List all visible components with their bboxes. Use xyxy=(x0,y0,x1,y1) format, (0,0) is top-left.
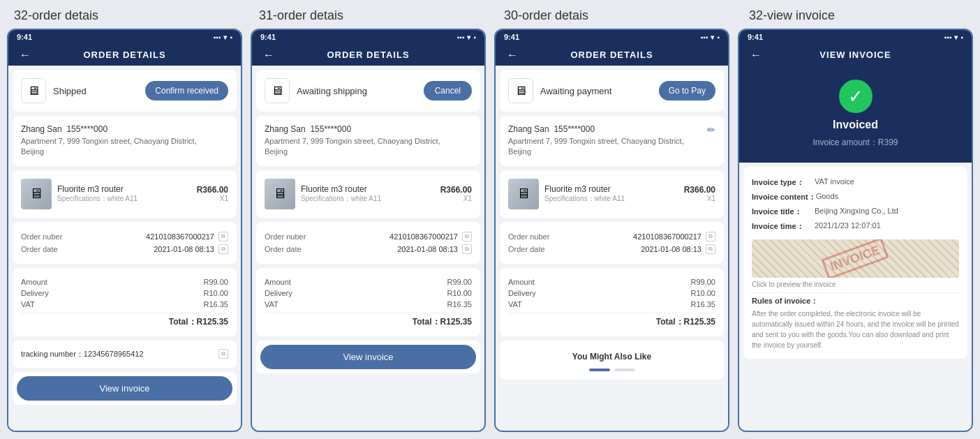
nav-title-1: ORDER DETAILS xyxy=(83,50,165,60)
battery-icon: ▪ xyxy=(230,34,232,41)
copy-order-date-2[interactable]: ⧉ xyxy=(462,244,472,254)
product-name-1: Fluorite m3 router xyxy=(57,184,191,194)
screen3-title: 30-order detais xyxy=(490,8,735,23)
total-3: Total：R125.35 xyxy=(508,313,715,328)
nav-bar-4: ← VIEW INVOICE xyxy=(739,44,972,66)
wifi-icon-2: ▾ xyxy=(467,34,470,41)
go-to-pay-button[interactable]: Go to Pay xyxy=(659,81,715,101)
copy-order-num-2[interactable]: ⧉ xyxy=(462,232,472,241)
product-image-2: 🖥 xyxy=(265,179,295,209)
invoice-type-row: Invoice type： VAT invoice xyxy=(752,175,959,190)
battery-icon-3: ▪ xyxy=(717,34,720,41)
copy-order-num-3[interactable]: ⧉ xyxy=(706,232,715,241)
product-image-3: 🖥 xyxy=(508,179,539,209)
signal-icon-4: ▪▪▪ xyxy=(944,34,952,41)
time-2: 9:41 xyxy=(260,33,276,41)
financial-card-3: Amount R99.00 Delivery R10.00 VAT R16.35… xyxy=(500,268,724,336)
product-info-3: Fluorite m3 router Specifications：white … xyxy=(544,184,678,204)
confirm-received-button[interactable]: Confirm received xyxy=(145,81,228,101)
address-name-2: Zhang San 155****000 xyxy=(265,124,472,134)
rules-title: Rules of invoice： xyxy=(752,296,959,306)
invoice-header: ✓ Invoiced Invoice amount：R399 xyxy=(739,66,972,163)
back-button-4[interactable]: ← xyxy=(750,49,762,61)
order-details-card-2: Order nuber 4210108367000217 ⧉ Order dat… xyxy=(256,222,480,264)
total-1: Total：R125.35 xyxy=(21,313,228,328)
product-info-1: Fluorite m3 router Specifications：white … xyxy=(57,184,191,204)
time-3: 9:41 xyxy=(504,33,519,41)
signal-icon-3: ▪▪▪ xyxy=(701,34,708,41)
back-button-3[interactable]: ← xyxy=(507,49,519,61)
click-preview-label: Click to preview the invoice xyxy=(752,281,959,288)
tracking-card-1: tracking number：12345678965412 ⧉ xyxy=(13,341,237,368)
rules-text: After the order completed, the electroni… xyxy=(752,308,959,350)
back-button-1[interactable]: ← xyxy=(20,49,31,61)
address-card-1: Zhang San 155****000 Apartment 7, 999 To… xyxy=(13,116,237,166)
status-bar-2: 9:41 ▪▪▪ ▾ ▪ xyxy=(252,30,484,44)
view-invoice-button-2[interactable]: View invoice xyxy=(260,345,476,369)
status-card-1: 🖥 Shipped Confirm received xyxy=(13,70,237,112)
financial-card-2: Amount R99.00 Delivery R10.00 VAT R16.35… xyxy=(256,268,480,336)
you-might-label: You Might Also Like xyxy=(508,349,715,364)
nav-bar-3: ← ORDER DETAILS xyxy=(496,44,728,66)
status-icon-box-2: 🖥 xyxy=(265,78,290,103)
product-price-qty-3: R366.00 X1 xyxy=(684,185,715,202)
status-icons-2: ▪▪▪ ▾ ▪ xyxy=(457,34,476,41)
view-invoice-button-1[interactable]: View invoice xyxy=(17,376,232,401)
product-card-3: 🖥 Fluorite m3 router Specifications：whit… xyxy=(500,170,724,218)
check-circle-icon: ✓ xyxy=(839,80,873,113)
cancel-button-2[interactable]: Cancel xyxy=(424,81,472,101)
bottom-btn-card-1: View invoice xyxy=(13,372,237,405)
copy-order-date-3[interactable]: ⧉ xyxy=(706,244,715,254)
invoice-amount: Invoice amount：R399 xyxy=(812,137,898,149)
invoice-preview[interactable]: INVOICE xyxy=(752,239,959,278)
address-text-1: Apartment 7, 999 Tongxin street, Chaoyan… xyxy=(21,136,228,158)
product-card-2: 🖥 Fluorite m3 router Specifications：whit… xyxy=(256,170,480,218)
screen-32-order: 9:41 ▪▪▪ ▾ ▪ ← ORDER DETAILS 🖥 Shipped C… xyxy=(7,29,242,432)
product-image-1: 🖥 xyxy=(21,179,52,209)
nav-bar-2: ← ORDER DETAILS xyxy=(252,44,484,66)
time-1: 9:41 xyxy=(17,33,32,41)
wifi-icon-3: ▾ xyxy=(711,34,714,41)
invoice-details-card: Invoice type： VAT invoice Invoice conten… xyxy=(743,167,967,359)
invoice-content-row: Invoice content： Goods xyxy=(752,190,959,204)
status-left-1: 🖥 Shipped xyxy=(21,78,87,103)
copy-order-num-1[interactable]: ⧉ xyxy=(218,232,228,241)
signal-icon-2: ▪▪▪ xyxy=(457,34,465,41)
edit-address-icon[interactable]: ✏ xyxy=(707,124,715,135)
copy-order-date-1[interactable]: ⧉ xyxy=(218,244,228,254)
signal-icon: ▪▪▪ xyxy=(214,34,221,41)
status-bar-3: 9:41 ▪▪▪ ▾ ▪ xyxy=(496,30,728,44)
status-label-3: Awaiting payment xyxy=(540,86,611,96)
status-icons-3: ▪▪▪ ▾ ▪ xyxy=(701,34,720,41)
invoiced-label: Invoiced xyxy=(833,119,878,131)
status-bar-1: 9:41 ▪▪▪ ▾ ▪ xyxy=(8,30,241,44)
tracking-number-1: tracking number：12345678965412 xyxy=(21,349,144,359)
financial-card-1: Amount R99.00 Delivery R10.00 VAT R16.35… xyxy=(13,268,237,336)
bottom-btn-card-2: View invoice xyxy=(256,341,480,373)
wifi-icon: ▾ xyxy=(223,34,227,41)
nav-title-2: ORDER DETAILS xyxy=(327,50,409,60)
screen1-title: 32-order detais xyxy=(0,8,245,23)
status-card-3: 🖥 Awaiting payment Go to Pay xyxy=(500,70,724,112)
copy-tracking-1[interactable]: ⧉ xyxy=(218,349,228,359)
order-details-card-3: Order nuber 4210108367000217 ⧉ Order dat… xyxy=(500,222,724,264)
nav-title-4: VIEW INVOICE xyxy=(819,50,891,60)
status-label-1: Shipped xyxy=(53,86,87,96)
product-spec-1: Specifications：white A11 xyxy=(57,194,191,204)
battery-icon-2: ▪ xyxy=(473,34,476,41)
screen4-title: 32-view invoice xyxy=(735,8,980,23)
back-button-2[interactable]: ← xyxy=(263,49,275,61)
divider xyxy=(752,292,959,293)
product-info-2: Fluorite m3 router Specifications：white … xyxy=(301,184,435,204)
address-name-3: Zhang San 155****000 xyxy=(508,124,684,134)
address-card-2: Zhang San 155****000 Apartment 7, 999 To… xyxy=(256,116,480,166)
status-label-2: Awaiting shipping xyxy=(297,86,367,96)
status-bar-4: 9:41 ▪▪▪ ▾ ▪ xyxy=(739,30,972,44)
invoice-title-row: Invoice title： Beijing Xingxing Co., Ltd xyxy=(752,204,959,219)
status-icon-box-3: 🖥 xyxy=(508,78,533,103)
time-4: 9:41 xyxy=(748,33,763,41)
screen-31-order: 9:41 ▪▪▪ ▾ ▪ ← ORDER DETAILS 🖥 Awaiting … xyxy=(251,29,486,432)
product-price-qty-1: R366.00 X1 xyxy=(197,185,228,202)
address-text-3: Apartment 7, 999 Tongxin street, Chaoyan… xyxy=(508,136,684,158)
invoice-time-row: Invoice time： 2021/1/23 12:07:01 xyxy=(752,219,959,234)
